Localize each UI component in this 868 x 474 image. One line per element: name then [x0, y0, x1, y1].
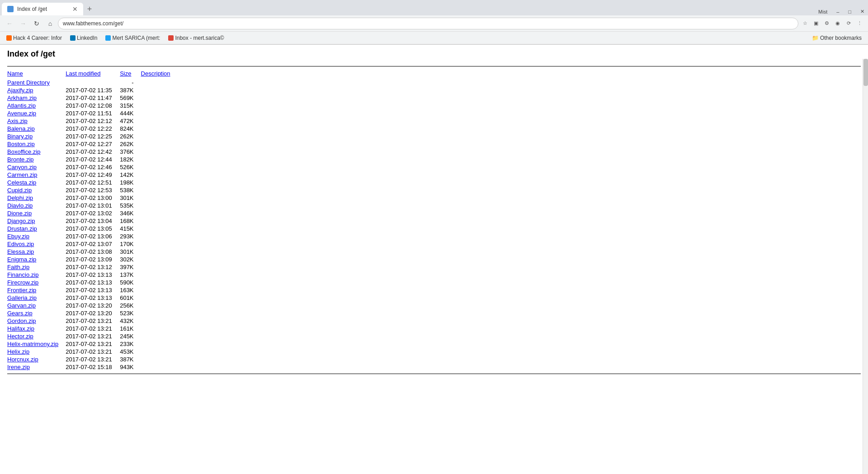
file-link[interactable]: Frontier.zip [7, 287, 36, 294]
table-row: Financio.zip 2017-07-02 13:13 137K [7, 271, 178, 279]
table-row: Balena.zip 2017-07-02 12:22 824K [7, 125, 178, 133]
profile-icon[interactable]: ◉ [833, 19, 843, 28]
scrollbar-thumb[interactable] [863, 59, 868, 86]
parent-dir-desc-cell [141, 79, 178, 86]
table-row: Gordon.zip 2017-07-02 13:21 432K [7, 317, 178, 325]
file-link[interactable]: Boston.zip [7, 141, 35, 147]
file-name-cell: Galleria.zip [7, 294, 66, 302]
forward-button[interactable]: → [17, 18, 29, 29]
file-date-cell: 2017-07-02 12:08 [66, 102, 120, 109]
file-size-cell: 472K [120, 117, 141, 125]
other-bookmarks[interactable]: 📁 Other bookmarks [809, 34, 864, 42]
file-size-cell: 245K [120, 332, 141, 340]
file-link[interactable]: Dione.zip [7, 210, 32, 217]
file-desc-cell [141, 325, 178, 332]
scrollbar[interactable] [863, 59, 868, 460]
file-link[interactable]: Ebuy.zip [7, 233, 29, 240]
new-tab-button[interactable]: + [83, 3, 96, 15]
file-link[interactable]: Gordon.zip [7, 318, 36, 324]
table-row-parent: Parent Directory - [7, 79, 178, 86]
file-name-cell: Gears.zip [7, 309, 66, 317]
bookmark-hack4career[interactable]: Hack 4 Career: Infor [4, 34, 65, 42]
table-row: Django.zip 2017-07-02 13:04 168K [7, 217, 178, 225]
page-title: Index of /get [7, 49, 861, 59]
file-link[interactable]: Celesta.zip [7, 179, 36, 186]
file-link[interactable]: Avenue.zip [7, 110, 36, 117]
maximize-button[interactable]: □ [844, 8, 855, 15]
file-link[interactable]: Faith.zip [7, 264, 29, 270]
bookmark-gmail[interactable]: Inbox - mert.sarica© [165, 34, 226, 42]
file-link[interactable]: Atlantis.zip [7, 102, 36, 109]
file-link[interactable]: Carmen.zip [7, 171, 37, 178]
col-lastmod-header: Last modified [66, 69, 120, 79]
file-desc-cell [141, 94, 178, 102]
file-size-cell: 182K [120, 156, 141, 163]
file-date-cell: 2017-07-02 13:20 [66, 302, 120, 309]
file-date-cell: 2017-07-02 13:01 [66, 202, 120, 209]
file-link[interactable]: Halifax.zip [7, 325, 34, 332]
col-size-sort-link[interactable]: Size [120, 70, 131, 77]
file-date-cell: 2017-07-02 13:13 [66, 271, 120, 279]
file-link[interactable]: Bronte.zip [7, 156, 34, 163]
home-button[interactable]: ⌂ [44, 18, 56, 29]
file-link[interactable]: Canyon.zip [7, 164, 37, 171]
parent-dir-link[interactable]: Parent Directory [7, 79, 50, 86]
file-desc-cell [141, 317, 178, 325]
chromecast-icon[interactable]: ▣ [811, 19, 821, 28]
file-link[interactable]: Boxoffice.zip [7, 148, 40, 155]
bookmark-mert-twitter[interactable]: Mert SARICA (mert: [103, 34, 163, 42]
file-link[interactable]: Elessa.zip [7, 248, 34, 255]
file-size-cell: 170K [120, 240, 141, 248]
file-size-cell: 569K [120, 94, 141, 102]
file-link[interactable]: Helix.zip [7, 348, 29, 355]
col-desc-sort-link[interactable]: Description [141, 70, 170, 77]
file-link[interactable]: Ajaxify.zip [7, 87, 33, 94]
file-desc-cell [141, 232, 178, 240]
file-link[interactable]: Axis.zip [7, 118, 28, 124]
col-lastmod-sort-link[interactable]: Last modified [66, 70, 100, 77]
file-size-cell: 301K [120, 194, 141, 202]
file-link[interactable]: Binary.zip [7, 133, 33, 140]
file-link[interactable]: Galleria.zip [7, 294, 37, 301]
file-link[interactable]: Delphi.zip [7, 194, 33, 201]
file-date-cell: 2017-07-02 12:49 [66, 171, 120, 179]
reload-button[interactable]: ↻ [31, 18, 42, 29]
file-name-cell: Canyon.zip [7, 163, 66, 171]
file-link[interactable]: Django.zip [7, 218, 35, 224]
file-name-cell: Atlantis.zip [7, 102, 66, 109]
bookmark-linkedin[interactable]: LinkedIn [67, 34, 100, 42]
file-link[interactable]: Cupid.zip [7, 187, 32, 194]
file-link[interactable]: Firecrow.zip [7, 279, 38, 286]
file-link[interactable]: Helix-matrimony.zip [7, 341, 58, 347]
file-desc-cell [141, 256, 178, 263]
more-icon[interactable]: ⋮ [854, 19, 864, 28]
file-link[interactable]: Gears.zip [7, 310, 33, 317]
file-link[interactable]: Irene.zip [7, 364, 30, 370]
file-link[interactable]: Balena.zip [7, 125, 35, 132]
file-size-cell: 198K [120, 179, 141, 186]
back-button[interactable]: ← [4, 18, 15, 29]
file-link[interactable]: Enigma.zip [7, 256, 36, 263]
file-link[interactable]: Arkham.zip [7, 95, 37, 101]
file-desc-cell [141, 179, 178, 186]
file-link[interactable]: Hector.zip [7, 333, 33, 340]
file-link[interactable]: Edivos.zip [7, 241, 34, 247]
col-name-sort-link[interactable]: Name [7, 70, 23, 77]
file-link[interactable]: Financio.zip [7, 271, 38, 278]
file-link[interactable]: Horcnux.zip [7, 356, 38, 363]
close-button[interactable]: ✕ [857, 8, 868, 15]
file-link[interactable]: Garvan.zip [7, 302, 36, 309]
file-link[interactable]: Drustan.zip [7, 225, 37, 232]
file-date-cell: 2017-07-02 12:51 [66, 179, 120, 186]
extensions-icon[interactable]: ⚙ [822, 19, 832, 28]
table-row: Elessa.zip 2017-07-02 13:08 301K [7, 248, 178, 256]
file-link[interactable]: Diavlo.zip [7, 202, 33, 209]
active-tab[interactable]: Index of /get ✕ [2, 3, 83, 15]
bookmark-star-icon[interactable]: ☆ [800, 19, 810, 28]
tab-close-button[interactable]: ✕ [72, 6, 78, 12]
file-desc-cell [141, 332, 178, 340]
minimize-button[interactable]: – [833, 8, 843, 15]
address-bar[interactable] [58, 18, 798, 29]
sync-icon[interactable]: ⟳ [844, 19, 854, 28]
file-name-cell: Bronte.zip [7, 156, 66, 163]
